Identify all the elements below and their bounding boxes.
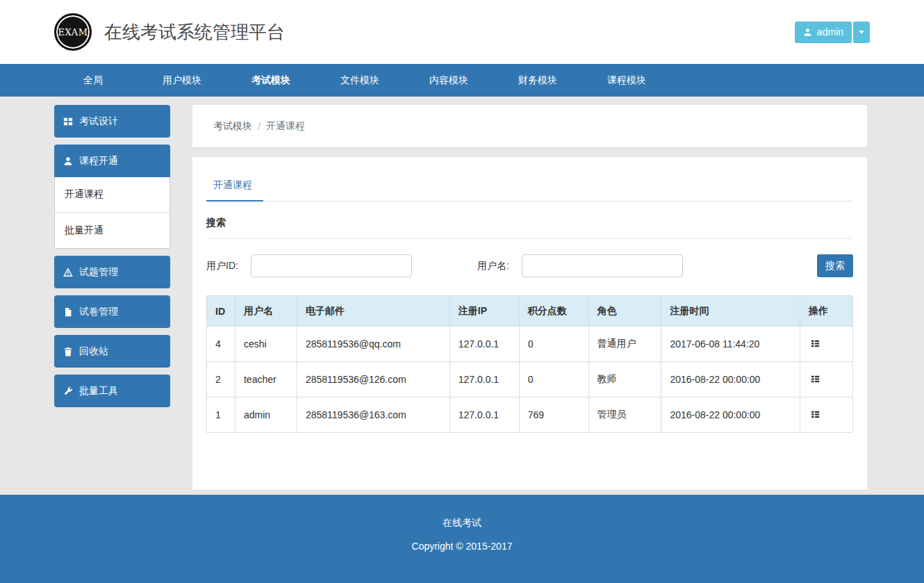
list-icon [810,338,820,349]
grid-icon [63,117,73,126]
nav-item-file-module[interactable]: 文件模块 [315,64,404,97]
admin-user-button[interactable]: admin [795,22,852,43]
cell-username: ceshi [235,327,297,362]
nav-item-finance-module[interactable]: 财务模块 [493,64,582,97]
page-body: 考试设计 课程开通 开通课程 批量开通 试题管理 试卷管 [0,97,924,495]
cell-points: 0 [519,327,588,362]
users-table: ID 用户名 电子邮件 注册IP 积分点数 角色 注册时间 操作 4 ceshi [206,295,853,433]
sidebar-submenu: 开通课程 批量开通 [54,177,170,249]
cell-register-ip: 127.0.0.1 [449,397,519,433]
nav-item-exam-module[interactable]: 考试模块 [226,64,315,97]
sidebar-item-recycle-bin[interactable]: 回收站 [54,335,170,368]
tab-open-course[interactable]: 开通课程 [206,171,263,202]
cell-register-time: 2016-08-22 00:00:00 [661,362,800,397]
sidebar-item-label: 考试设计 [79,115,118,128]
col-header-username: 用户名 [235,296,297,327]
table-row: 4 ceshi 2858119536@qq.com 127.0.0.1 0 普通… [207,327,853,362]
caret-down-icon [859,31,864,34]
cell-register-time: 2017-06-08 11:44:20 [661,327,800,362]
main-column: 考试模块 / 开通课程 开通课程 搜索 用户ID: 用户名: 搜索 [192,105,867,490]
page-title: 在线考试系统管理平台 [104,20,285,44]
search-form: 用户ID: 用户名: 搜索 [206,239,853,288]
cell-email: 2858119536@qq.com [297,327,449,362]
cell-register-ip: 127.0.0.1 [449,362,519,397]
search-button[interactable]: 搜索 [817,254,853,277]
cell-username: teacher [235,362,297,397]
breadcrumb-current: 开通课程 [266,120,305,133]
header-actions: admin [795,22,870,43]
breadcrumb-parent[interactable]: 考试模块 [213,120,252,133]
row-actions-button[interactable] [809,337,822,350]
table-row: 1 admin 2858119536@163.com 127.0.0.1 769… [207,397,853,433]
nav-item-content-module[interactable]: 内容模块 [404,64,493,97]
page-footer: 在线考试 Copyright © 2015-2017 [0,495,924,583]
nav-item-course-module[interactable]: 课程模块 [582,64,671,97]
row-actions-button[interactable] [809,408,822,421]
sidebar-item-label: 课程开通 [79,155,118,167]
sidebar-item-label: 批量工具 [79,385,118,397]
cell-email: 2858119536@126.com [297,362,449,397]
sidebar-item-paper-management[interactable]: 试卷管理 [54,295,170,328]
submenu-item-batch-open[interactable]: 批量开通 [55,213,170,248]
nav-item-user-module[interactable]: 用户模块 [138,64,226,97]
cell-register-ip: 127.0.0.1 [449,327,519,362]
admin-label: admin [817,26,843,38]
cell-points: 769 [519,397,588,433]
user-icon [803,28,812,37]
user-id-input[interactable] [251,254,412,277]
file-icon [63,307,73,317]
tabs-bar: 开通课程 [206,171,853,202]
exam-logo: EXAM [54,13,92,51]
cell-actions [800,327,853,362]
cell-id: 1 [207,397,236,433]
user-icon [63,156,73,166]
content-panel: 开通课程 搜索 用户ID: 用户名: 搜索 ID [192,157,867,490]
cell-actions [800,397,853,433]
sidebar-group-course-open: 课程开通 开通课程 批量开通 [54,145,170,249]
cell-id: 4 [207,327,236,362]
sidebar: 考试设计 课程开通 开通课程 批量开通 试题管理 试卷管 [54,105,170,414]
top-nav: 全局 用户模块 考试模块 文件模块 内容模块 财务模块 课程模块 [0,64,924,97]
user-name-input[interactable] [522,254,683,277]
table-row: 2 teacher 2858119536@126.com 127.0.0.1 0… [207,362,853,397]
table-header-row: ID 用户名 电子邮件 注册IP 积分点数 角色 注册时间 操作 [207,296,853,327]
col-header-email: 电子邮件 [297,296,449,327]
sidebar-item-label: 试卷管理 [79,306,118,318]
col-header-id: ID [207,296,236,327]
footer-copyright: Copyright © 2015-2017 [0,541,924,552]
footer-site-name: 在线考试 [0,517,924,529]
cell-actions [800,362,853,397]
nav-item-global[interactable]: 全局 [49,64,138,97]
sidebar-item-question-management[interactable]: 试题管理 [54,256,170,288]
sidebar-item-batch-tools[interactable]: 批量工具 [54,375,170,407]
cell-id: 2 [207,362,236,397]
sidebar-item-label: 试题管理 [79,266,118,279]
col-header-register-time: 注册时间 [661,296,800,327]
sidebar-item-exam-design[interactable]: 考试设计 [54,105,170,138]
logo-text: EXAM [58,27,88,38]
search-section-title: 搜索 [206,202,853,239]
cell-role: 管理员 [588,397,661,433]
user-id-label: 用户ID: [206,260,238,272]
wrench-icon [63,386,73,396]
col-header-register-ip: 注册IP [449,296,519,327]
cell-role: 普通用户 [588,327,661,362]
cell-username: admin [235,397,297,433]
sidebar-item-course-open[interactable]: 课程开通 [54,145,170,177]
row-actions-button[interactable] [809,372,822,386]
col-header-role: 角色 [588,296,661,327]
admin-dropdown-button[interactable] [853,22,870,43]
warning-icon [63,268,73,277]
breadcrumb-separator: / [258,121,261,132]
cell-email: 2858119536@163.com [297,397,449,433]
user-name-label: 用户名: [477,260,509,272]
col-header-actions: 操作 [800,296,853,327]
list-icon [810,409,820,420]
submenu-item-open-course[interactable]: 开通课程 [55,177,170,213]
trash-icon [63,347,73,356]
col-header-points: 积分点数 [519,296,588,327]
cell-register-time: 2016-08-22 00:00:00 [661,397,800,433]
sidebar-item-label: 回收站 [79,345,108,358]
cell-points: 0 [519,362,588,397]
list-icon [810,374,820,384]
